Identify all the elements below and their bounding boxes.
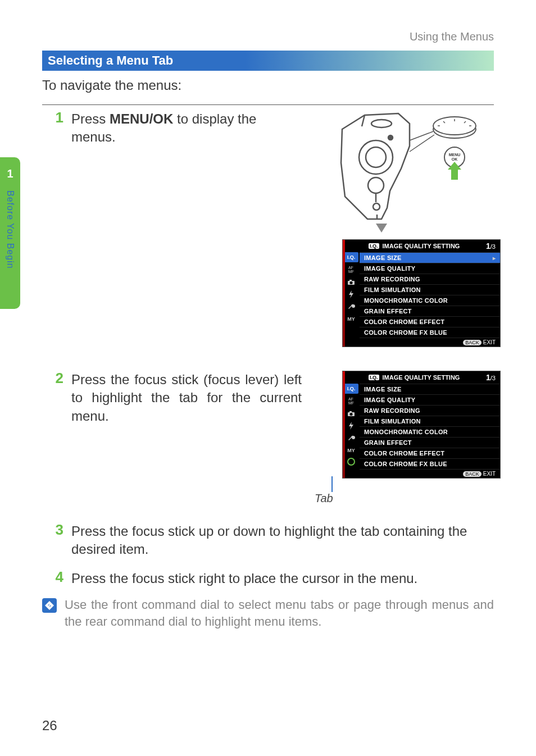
menu-header: I.Q. IMAGE QUALITY SETTING 1/3 xyxy=(343,240,500,252)
step-number: 3 xyxy=(53,522,63,537)
tab-afmf[interactable]: AFMF xyxy=(344,265,358,275)
tab-callout-line xyxy=(331,476,333,492)
tab-iq-label: I.Q. xyxy=(347,254,356,260)
svg-marker-29 xyxy=(45,601,54,610)
intro-text: To navigate the menus: xyxy=(42,78,181,93)
svg-point-22 xyxy=(350,281,353,284)
tab-afmf[interactable]: AFMF xyxy=(344,396,358,406)
step-text: Press the focus stick right to place the… xyxy=(71,570,417,588)
menu-row-raw-recording[interactable]: RAW RECORDING xyxy=(360,405,500,416)
chapter-tab: 1 Before You Begin xyxy=(0,157,20,309)
section-heading: Selecting a Menu Tab xyxy=(48,53,173,68)
svg-marker-20 xyxy=(376,224,387,233)
menu-row-image-size[interactable]: IMAGE SIZE▸ xyxy=(360,252,500,263)
tab-flash[interactable] xyxy=(344,289,358,299)
tab-iq[interactable]: I.Q. xyxy=(344,252,358,262)
menu-row-label: MONOCHROMATIC COLOR xyxy=(364,429,448,435)
menu-footer: BACKEXIT xyxy=(360,469,500,478)
tip-note: Use the front command dial to select men… xyxy=(42,596,494,630)
svg-point-3 xyxy=(371,120,392,127)
step-number: 4 xyxy=(53,570,63,584)
menu-title: IMAGE QUALITY SETTING xyxy=(383,374,460,381)
menu-row-label: FILM SIMULATION xyxy=(364,286,421,293)
back-badge: BACK xyxy=(463,340,482,345)
menu-row-label: COLOR CHROME EFFECT xyxy=(364,450,444,457)
menu-row-label: MONOCHROMATIC COLOR xyxy=(364,297,448,304)
menu-row-monochromatic-color[interactable]: MONOCHROMATIC COLOR xyxy=(360,295,500,306)
menu-row-color-chrome-effect[interactable]: COLOR CHROME EFFECT xyxy=(360,316,500,327)
svg-rect-23 xyxy=(349,280,352,281)
menu-row-label: COLOR CHROME EFFECT xyxy=(364,318,444,325)
step-3: 3 Press the focus stick up or down to hi… xyxy=(53,522,493,559)
svg-marker-28 xyxy=(349,422,353,430)
menu-row-film-simulation[interactable]: FILM SIMULATION xyxy=(360,416,500,426)
red-indicator-bar xyxy=(343,371,345,478)
menu-tab-column: I.Q. AFMF MY xyxy=(343,252,360,347)
step-text: Press the focus stick up or down to high… xyxy=(71,522,493,559)
menu-row-label: IMAGE QUALITY xyxy=(364,397,415,403)
tip-text: Use the front command dial to select men… xyxy=(65,596,494,630)
back-badge: BACK xyxy=(463,471,482,477)
menu-row-color-chrome-effect[interactable]: COLOR CHROME EFFECT xyxy=(360,448,500,458)
menu-row-label: IMAGE SIZE xyxy=(364,254,402,261)
tab-caption: Tab xyxy=(315,492,333,505)
menu-tab-column: I.Q. AFMF MY xyxy=(343,384,360,478)
menu-row-color-chrome-fx-blue[interactable]: COLOR CHROME FX BLUE xyxy=(360,458,500,469)
menu-row-raw-recording[interactable]: RAW RECORDING xyxy=(360,274,500,284)
chapter-title: Before You Begin xyxy=(5,190,15,269)
menu-row-image-quality[interactable]: IMAGE QUALITY xyxy=(360,263,500,274)
tip-icon xyxy=(42,598,57,613)
tab-iq[interactable]: I.Q. xyxy=(344,384,358,394)
svg-rect-16 xyxy=(451,170,458,180)
tab-shooting[interactable] xyxy=(344,277,358,287)
step-text: Press MENU/OK to display the menus. xyxy=(71,110,302,147)
menu-page-indicator: 1/3 xyxy=(486,242,496,251)
camera-illustration: MENU OK xyxy=(337,107,494,238)
menu-row-monochromatic-color[interactable]: MONOCHROMATIC COLOR xyxy=(360,426,500,437)
menu-title: IMAGE QUALITY SETTING xyxy=(383,243,460,249)
menu-row-color-chrome-fx-blue[interactable]: COLOR CHROME FX BLUE xyxy=(360,327,500,338)
menu-row-film-simulation[interactable]: FILM SIMULATION xyxy=(360,284,500,295)
tab-my[interactable]: MY xyxy=(344,314,358,324)
tab-flash[interactable] xyxy=(344,421,358,431)
menu-row-image-size[interactable]: IMAGE SIZE xyxy=(360,384,500,394)
menu-screenshot-1: I.Q. IMAGE QUALITY SETTING 1/3 I.Q. AFMF… xyxy=(342,239,501,347)
step-2: 2 Press the focus stick (focus lever) le… xyxy=(53,371,302,425)
menu-footer: BACKEXIT xyxy=(360,338,500,347)
tab-shooting[interactable] xyxy=(344,408,358,418)
menu-page-current: 1 xyxy=(486,242,490,251)
exit-label: EXIT xyxy=(483,471,496,477)
tab-setup[interactable] xyxy=(344,433,358,443)
svg-text:MENU: MENU xyxy=(449,153,461,157)
svg-line-18 xyxy=(410,131,433,140)
menu-row-label: RAW RECORDING xyxy=(364,276,420,283)
menu-row-image-quality[interactable]: IMAGE QUALITY xyxy=(360,394,500,405)
iq-icon: I.Q. xyxy=(369,243,379,249)
svg-point-4 xyxy=(388,135,393,140)
wrench-icon xyxy=(347,434,355,442)
menu-row-label: GRAIN EFFECT xyxy=(364,439,412,446)
tab-iq-label: I.Q. xyxy=(347,386,356,391)
menu-row-label: COLOR CHROME FX BLUE xyxy=(364,461,447,467)
step-1: 1 Press MENU/OK to display the menus. xyxy=(53,110,302,147)
svg-point-0 xyxy=(359,140,393,174)
menu-row-grain-effect[interactable]: GRAIN EFFECT xyxy=(360,306,500,316)
menu-page-total: /3 xyxy=(490,375,496,381)
menu-screenshot-2: I.Q. IMAGE QUALITY SETTING 1/3 I.Q. AFMF… xyxy=(342,371,501,479)
tab-setup[interactable] xyxy=(344,302,358,312)
svg-line-19 xyxy=(410,135,434,152)
step-1-pre: Press xyxy=(71,111,110,126)
page-number: 26 xyxy=(42,718,57,734)
svg-rect-27 xyxy=(349,411,352,412)
menu-row-grain-effect[interactable]: GRAIN EFFECT xyxy=(360,437,500,448)
camera-icon xyxy=(347,411,355,417)
section-heading-bar: Selecting a Menu Tab xyxy=(42,51,494,71)
breadcrumb: Using the Menus xyxy=(410,30,494,43)
exit-label: EXIT xyxy=(483,339,496,345)
svg-point-2 xyxy=(368,177,384,193)
step-4: 4 Press the focus stick right to place t… xyxy=(53,570,417,588)
flash-icon xyxy=(348,422,354,430)
menu-item-list: IMAGE SIZE▸ IMAGE QUALITY RAW RECORDING … xyxy=(360,252,500,347)
tab-my[interactable]: MY xyxy=(344,445,358,456)
flash-icon xyxy=(348,290,354,298)
